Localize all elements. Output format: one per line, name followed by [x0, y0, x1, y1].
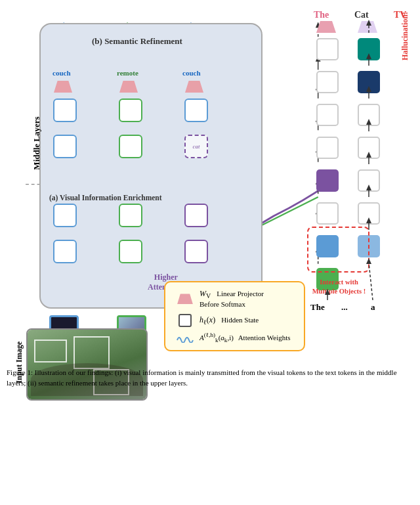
- node-col2-lower1: [119, 204, 142, 227]
- couch1-label: couch: [52, 69, 71, 77]
- legend-box: WV Linear ProjectorBefore Softmax hℓ(x) …: [164, 281, 305, 351]
- tv-white-box2: [358, 137, 380, 159]
- node-col2-mid-upper: [119, 135, 142, 158]
- legend-formula-3: A(ℓ,h)k(ak,i) Attention Weights: [200, 332, 291, 343]
- visual-label: (a) Visual Information Enrichment: [49, 194, 162, 202]
- couch2-label: couch: [182, 69, 201, 77]
- tv-dark-box: [358, 71, 380, 93]
- input-image-box: [26, 328, 148, 401]
- the-top-label: The: [314, 10, 329, 20]
- node-col1-lower1: [53, 204, 77, 227]
- tv-white-box4: [358, 202, 380, 225]
- rc-box-3: [316, 104, 339, 126]
- rc-box-5: [316, 202, 339, 225]
- cat-top-label: Cat: [354, 10, 369, 20]
- tv-teal-box: [358, 38, 380, 60]
- rc-box-2: [316, 71, 339, 93]
- legend-icon-trap: [175, 294, 196, 304]
- node-col2-upper: [119, 99, 142, 122]
- interact-box: [307, 227, 369, 273]
- the-bottom-label: The: [310, 302, 325, 313]
- legend-item-1: WV Linear ProjectorBefore Softmax: [175, 289, 295, 309]
- middle-layers-box: [39, 23, 262, 309]
- diagram-area: ... ... Middle Layers (b) Semantic Refin…: [7, 7, 413, 387]
- legend-formula-2: hℓ(x) Hidden State: [200, 315, 259, 326]
- legend-item-3: A(ℓ,h)k(ak,i) Attention Weights: [175, 332, 295, 343]
- interact-label: Interact withMultiple Objects !: [308, 278, 370, 296]
- remote-label: remote: [117, 69, 138, 77]
- caption: Figure 1: Illustration of our findings: …: [7, 368, 413, 389]
- node-col3-lower1: [184, 204, 208, 227]
- trap-cat-top: [358, 21, 377, 33]
- legend-icon-wave: [175, 332, 196, 343]
- semantic-label: (b) Semantic Refinement: [92, 36, 182, 47]
- node-cat-dashed: cat: [184, 135, 208, 158]
- trap-the-top: [316, 21, 336, 33]
- node-col1-upper: [53, 99, 77, 122]
- legend-formula-1: WV Linear ProjectorBefore Softmax: [200, 289, 264, 309]
- rc-box-1: [316, 38, 339, 60]
- legend-box-shape: [178, 314, 192, 327]
- a-label: a: [371, 302, 375, 313]
- dots-bottom: ...: [341, 302, 348, 313]
- legend-icon-box: [175, 314, 196, 327]
- node-col3-lower2: [184, 240, 208, 263]
- rc-box-4: [316, 137, 339, 159]
- hallucination-label: Hallucination!: [400, 12, 410, 60]
- legend-item-2: hℓ(x) Hidden State: [175, 314, 295, 327]
- tv-white-box1: [358, 104, 380, 126]
- legend-trap-shape: [177, 294, 193, 304]
- main-container: ... ... Middle Layers (b) Semantic Refin…: [0, 0, 420, 394]
- node-col1-lower2: [53, 240, 77, 263]
- tv-white-box3: [358, 169, 380, 192]
- node-col3-upper: [184, 99, 208, 122]
- rc-box-purple: [316, 169, 339, 192]
- node-col2-lower2: [119, 240, 142, 263]
- node-col1-mid-upper: [53, 135, 77, 158]
- middle-layers-label: Middle Layers: [32, 116, 42, 169]
